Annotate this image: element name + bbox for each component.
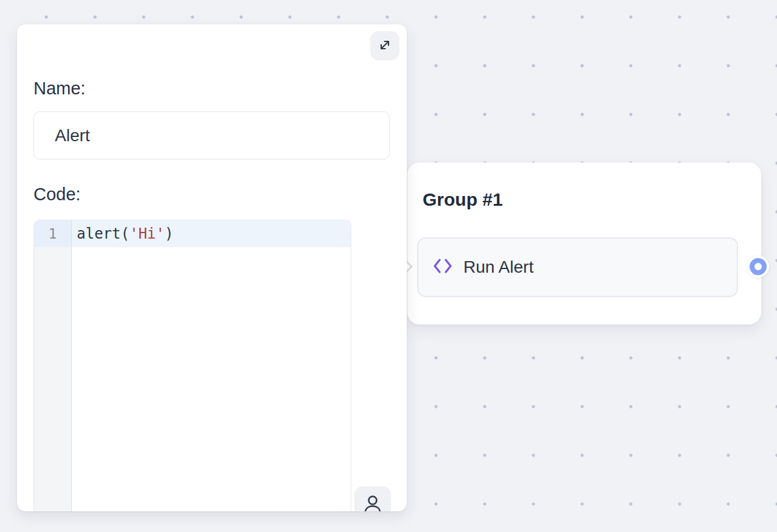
code-token: alert( xyxy=(77,225,130,242)
user-icon xyxy=(363,486,382,511)
code-token-string: 'Hi' xyxy=(130,225,165,242)
code-line: alert('Hi') xyxy=(72,220,351,247)
node-label: Run Alert xyxy=(463,257,533,277)
group-title: Group #1 xyxy=(423,189,503,210)
code-icon xyxy=(432,255,454,279)
run-alert-node[interactable]: Run Alert xyxy=(417,237,738,297)
code-label: Code: xyxy=(33,184,80,205)
expand-icon xyxy=(377,37,393,55)
name-input[interactable] xyxy=(33,111,390,159)
user-button[interactable] xyxy=(354,486,391,511)
line-number: 1 xyxy=(34,220,71,247)
workflow-canvas[interactable]: Group #1 Run Alert xyxy=(0,0,777,532)
group-node[interactable]: Group #1 Run Alert xyxy=(407,163,761,324)
name-label: Name: xyxy=(33,78,85,99)
code-editor[interactable]: 1 alert('Hi') xyxy=(33,220,351,511)
editor-code-area: alert('Hi') xyxy=(72,220,351,511)
node-properties-panel: Name: Code: 1 alert('Hi') xyxy=(17,24,407,511)
editor-gutter: 1 xyxy=(34,220,72,511)
code-token: ) xyxy=(165,225,174,242)
expand-button[interactable] xyxy=(370,31,399,60)
output-handle[interactable] xyxy=(750,258,767,275)
